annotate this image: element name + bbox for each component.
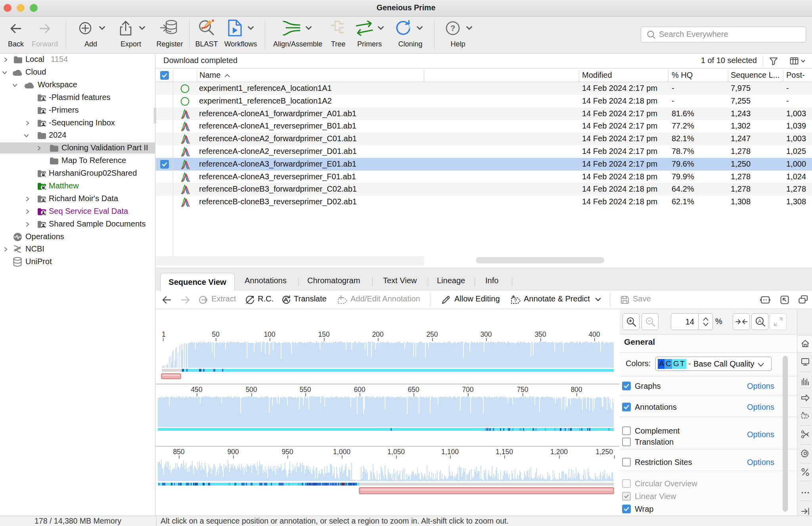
svg-text:350: 350: [534, 330, 546, 338]
svg-text:500: 500: [245, 386, 257, 394]
svg-text:900: 900: [227, 448, 239, 456]
svg-text:1,100: 1,100: [441, 448, 459, 456]
svg-text:1,150: 1,150: [496, 448, 513, 456]
svg-text:1,200: 1,200: [550, 448, 568, 456]
svg-text:100: 100: [264, 330, 275, 338]
svg-text:850: 850: [173, 448, 184, 456]
svg-text:450: 450: [191, 386, 202, 394]
svg-text:700: 700: [462, 386, 473, 394]
svg-text:?: ?: [514, 298, 517, 303]
svg-text:400: 400: [588, 330, 600, 338]
svg-text:800: 800: [571, 386, 582, 394]
svg-text:650: 650: [408, 386, 419, 394]
svg-text:150: 150: [318, 330, 329, 338]
svg-text:1,250: 1,250: [596, 448, 613, 456]
svg-text:250: 250: [426, 330, 438, 338]
svg-text:950: 950: [282, 448, 293, 456]
svg-text:50: 50: [212, 330, 220, 338]
svg-text:1,050: 1,050: [387, 448, 405, 456]
svg-text:?: ?: [804, 414, 806, 418]
svg-text:1: 1: [162, 330, 166, 338]
svg-text:200: 200: [372, 330, 383, 338]
svg-text:1,000: 1,000: [333, 448, 350, 456]
svg-text:600: 600: [354, 386, 365, 394]
svg-text:?: ?: [450, 24, 455, 33]
svg-text:750: 750: [517, 386, 528, 394]
svg-text:550: 550: [299, 386, 311, 394]
svg-text:A: A: [758, 318, 761, 324]
svg-text:300: 300: [480, 330, 492, 338]
